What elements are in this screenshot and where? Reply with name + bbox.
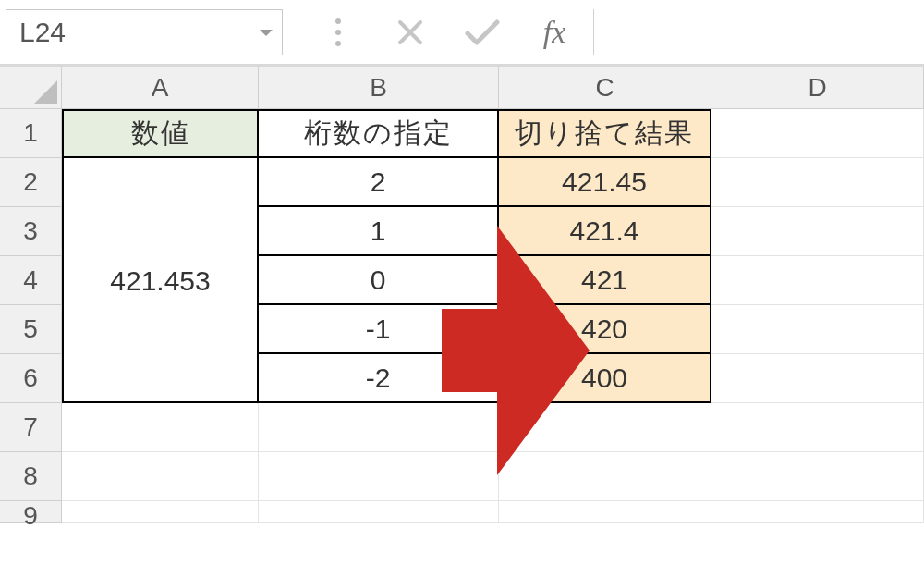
select-all-corner[interactable] xyxy=(0,67,62,109)
cell-C8[interactable] xyxy=(499,452,711,501)
cell-A9[interactable] xyxy=(62,501,259,523)
cell-C9[interactable] xyxy=(499,501,711,523)
cell-A3[interactable] xyxy=(62,207,259,256)
col-header-D[interactable]: D xyxy=(711,67,924,109)
cell-B6[interactable]: -2 xyxy=(259,354,499,403)
cell-B5[interactable]: -1 xyxy=(259,305,499,354)
svg-point-0 xyxy=(335,18,341,24)
col-header-A[interactable]: A xyxy=(62,67,259,109)
cell-A6[interactable] xyxy=(62,354,259,403)
formula-bar-buttons: fx xyxy=(318,12,575,53)
svg-point-2 xyxy=(335,41,341,46)
column-headers: A B C D xyxy=(0,67,924,109)
cell-D8[interactable] xyxy=(711,452,924,501)
name-box-dropdown-icon[interactable] xyxy=(256,22,276,43)
cell-A4-merged[interactable]: 421.453 xyxy=(62,256,259,305)
row-5: 5 -1 420 xyxy=(0,305,924,354)
row-9: 9 xyxy=(0,501,924,523)
cell-A5[interactable] xyxy=(62,305,259,354)
cell-D5[interactable] xyxy=(711,305,924,354)
cell-B9[interactable] xyxy=(259,501,499,523)
cancel-icon xyxy=(390,12,431,53)
cell-C3[interactable]: 421.4 xyxy=(499,207,711,256)
cell-B8[interactable] xyxy=(259,452,499,501)
row-6: 6 -2 400 xyxy=(0,354,924,403)
cell-B1[interactable]: 桁数の指定 xyxy=(259,109,499,158)
confirm-icon xyxy=(462,12,503,53)
cell-A2[interactable] xyxy=(62,158,259,207)
cell-C2[interactable]: 421.45 xyxy=(499,158,711,207)
cell-B4[interactable]: 0 xyxy=(259,256,499,305)
svg-point-1 xyxy=(335,30,341,35)
row-header-4[interactable]: 4 xyxy=(0,256,62,305)
name-box-value: L24 xyxy=(19,17,66,48)
cell-A7[interactable] xyxy=(62,403,259,452)
cell-C5[interactable]: 420 xyxy=(499,305,711,354)
cell-A1[interactable]: 数値 xyxy=(62,109,259,158)
row-8: 8 xyxy=(0,452,924,501)
cell-C4[interactable]: 421 xyxy=(499,256,711,305)
row-header-9[interactable]: 9 xyxy=(0,501,62,523)
cell-B7[interactable] xyxy=(259,403,499,452)
row-7: 7 xyxy=(0,403,924,452)
cell-D1[interactable] xyxy=(711,109,924,158)
formula-input[interactable] xyxy=(593,9,913,55)
cell-C7[interactable] xyxy=(499,403,711,452)
row-header-1[interactable]: 1 xyxy=(0,109,62,158)
row-3: 3 1 421.4 xyxy=(0,207,924,256)
row-1: 1 数値 桁数の指定 切り捨て結果 xyxy=(0,109,924,158)
col-header-B[interactable]: B xyxy=(259,67,499,109)
cell-A8[interactable] xyxy=(62,452,259,501)
cell-D6[interactable] xyxy=(711,354,924,403)
cell-B2[interactable]: 2 xyxy=(259,158,499,207)
row-header-5[interactable]: 5 xyxy=(0,305,62,354)
name-box[interactable]: L24 xyxy=(6,9,283,55)
fx-icon[interactable]: fx xyxy=(534,12,575,53)
cell-B3[interactable]: 1 xyxy=(259,207,499,256)
more-icon[interactable] xyxy=(318,12,359,53)
cell-D7[interactable] xyxy=(711,403,924,452)
cell-D4[interactable] xyxy=(711,256,924,305)
formula-bar: L24 fx xyxy=(0,0,924,67)
row-header-7[interactable]: 7 xyxy=(0,403,62,452)
row-header-8[interactable]: 8 xyxy=(0,452,62,501)
cell-D9[interactable] xyxy=(711,501,924,523)
row-2: 2 2 421.45 xyxy=(0,158,924,207)
row-header-6[interactable]: 6 xyxy=(0,354,62,403)
row-header-3[interactable]: 3 xyxy=(0,207,62,256)
row-4: 4 421.453 0 421 xyxy=(0,256,924,305)
cell-C1[interactable]: 切り捨て結果 xyxy=(499,109,711,158)
grid-rows: 1 数値 桁数の指定 切り捨て結果 2 2 421.45 3 1 421.4 4… xyxy=(0,109,924,523)
cell-C6[interactable]: 400 xyxy=(499,354,711,403)
cell-D2[interactable] xyxy=(711,158,924,207)
col-header-C[interactable]: C xyxy=(499,67,711,109)
spreadsheet: A B C D 1 数値 桁数の指定 切り捨て結果 2 2 421.45 3 1… xyxy=(0,67,924,523)
cell-D3[interactable] xyxy=(711,207,924,256)
row-header-2[interactable]: 2 xyxy=(0,158,62,207)
